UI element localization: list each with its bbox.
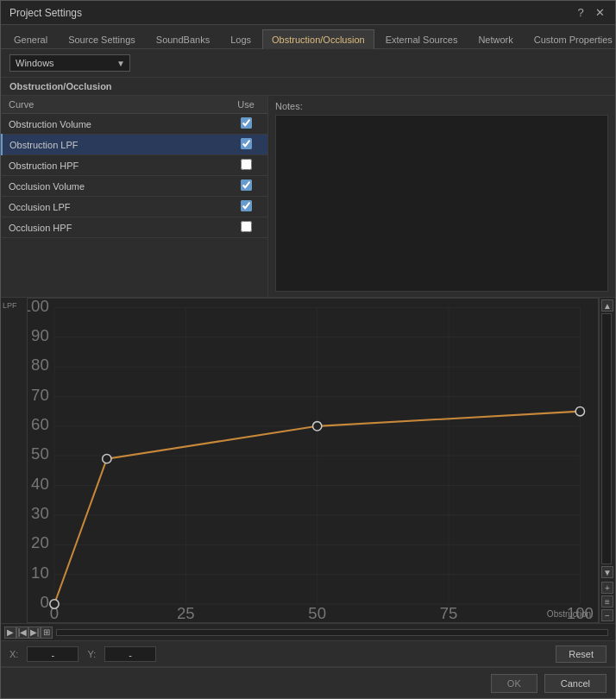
svg-text:75: 75: [440, 604, 458, 622]
left-panel: Curve Use Obstruction VolumeObstruction …: [1, 96, 268, 297]
graph-controls-row: ▶ |◀ ▶| ⊞: [1, 623, 615, 640]
frame-end-btn[interactable]: ▶|: [28, 627, 41, 639]
right-panel: Notes:: [268, 96, 615, 297]
project-settings-window: Project Settings ? ✕ General Source Sett…: [0, 0, 616, 699]
tab-network[interactable]: Network: [468, 29, 522, 49]
curve-name: Occlusion HPF: [2, 217, 224, 238]
curve-use-checkbox[interactable]: [241, 159, 252, 170]
platform-select-wrapper: Windows Mac iOS Android ▼: [9, 54, 130, 72]
tab-external-sources[interactable]: External Sources: [376, 29, 468, 49]
x-coord-value[interactable]: -: [27, 646, 79, 662]
curve-table: Curve Use Obstruction VolumeObstruction …: [1, 96, 267, 238]
tab-general[interactable]: General: [4, 29, 57, 49]
curve-use-cell: [224, 114, 267, 135]
ok-button[interactable]: OK: [491, 674, 537, 693]
graph-point-1[interactable]: [103, 455, 111, 463]
section-label: Obstruction/Occlusion: [1, 78, 615, 96]
graph-container: LPF .grid-line { stroke: #333; stroke-wi…: [1, 298, 615, 623]
play-btn[interactable]: ▶: [4, 627, 16, 639]
curve-use-checkbox[interactable]: [241, 179, 252, 191]
title-bar: Project Settings ? ✕: [1, 1, 615, 25]
y-coord-label: Y:: [87, 649, 96, 659]
svg-text:20: 20: [31, 534, 49, 552]
table-row[interactable]: Obstruction Volume: [2, 114, 267, 135]
curve-use-cell: [224, 155, 267, 176]
graph-area[interactable]: .grid-line { stroke: #333; stroke-width:…: [27, 298, 599, 623]
svg-text:100: 100: [28, 299, 49, 315]
cancel-button[interactable]: Cancel: [544, 674, 607, 693]
tab-soundbanks[interactable]: SoundBanks: [147, 29, 219, 49]
zoom-fit-btn[interactable]: ≡: [601, 595, 613, 608]
main-panel: Curve Use Obstruction VolumeObstruction …: [1, 96, 615, 297]
graph-y-axis: LPF: [1, 298, 27, 623]
table-row[interactable]: Occlusion HPF: [2, 217, 267, 238]
graph-point-3[interactable]: [575, 407, 584, 416]
notes-textarea[interactable]: [275, 115, 608, 292]
svg-text:0: 0: [40, 593, 48, 611]
tab-logs[interactable]: Logs: [221, 29, 261, 49]
frame-start-btn[interactable]: |◀: [16, 627, 28, 639]
curve-name: Occlusion Volume: [2, 176, 224, 197]
curve-use-checkbox[interactable]: [241, 200, 252, 211]
graph-point-0[interactable]: [50, 600, 59, 608]
y-coord-value[interactable]: -: [104, 646, 156, 662]
curve-name: Occlusion LPF: [2, 197, 224, 217]
platform-row: Windows Mac iOS Android ▼: [1, 49, 615, 78]
curve-use-cell: [224, 176, 267, 197]
svg-text:60: 60: [31, 415, 49, 433]
help-button[interactable]: ?: [574, 6, 588, 20]
scroll-up-btn[interactable]: ▲: [601, 299, 613, 312]
graph-x-label: Obstruction: [547, 609, 591, 619]
x-coord-label: X:: [9, 649, 18, 659]
svg-text:50: 50: [308, 604, 326, 622]
notes-label: Notes:: [275, 101, 608, 111]
th-curve: Curve: [2, 96, 224, 114]
svg-text:70: 70: [31, 386, 49, 404]
platform-select[interactable]: Windows Mac iOS Android: [9, 54, 130, 72]
table-row[interactable]: Occlusion LPF: [2, 197, 267, 217]
bottom-bar: OK Cancel: [1, 667, 615, 698]
table-row[interactable]: Obstruction HPF: [2, 155, 267, 176]
table-header-row: Curve Use: [2, 96, 267, 114]
curve-use-checkbox[interactable]: [241, 221, 252, 232]
close-button[interactable]: ✕: [593, 6, 607, 20]
scroll-down-btn[interactable]: ▼: [601, 566, 613, 578]
tab-source-settings[interactable]: Source Settings: [59, 29, 145, 49]
curve-use-checkbox[interactable]: [241, 138, 252, 149]
svg-text:30: 30: [31, 504, 49, 522]
table-scroll-area: Curve Use Obstruction VolumeObstruction …: [1, 96, 267, 238]
curve-use-cell: [224, 197, 267, 217]
curve-use-cell: [224, 217, 267, 238]
title-bar-controls: ? ✕: [574, 6, 607, 20]
svg-text:25: 25: [177, 604, 195, 622]
zoom-in-btn[interactable]: +: [601, 582, 613, 594]
graph-point-2[interactable]: [313, 422, 322, 431]
zoom-out-btn[interactable]: −: [601, 609, 613, 621]
coords-row: X: - Y: - Reset: [1, 640, 615, 666]
graph-y-label: LPF: [3, 301, 17, 310]
tab-bar: General Source Settings SoundBanks Logs …: [1, 25, 615, 49]
graph-section: LPF .grid-line { stroke: #333; stroke-wi…: [1, 297, 615, 640]
table-row[interactable]: Occlusion Volume: [2, 176, 267, 197]
svg-text:40: 40: [31, 475, 49, 493]
content-area: Windows Mac iOS Android ▼ Obstruction/Oc…: [1, 49, 615, 698]
curve-name: Obstruction LPF: [2, 135, 224, 155]
graph-right-controls: ▲ ▼ + ≡ −: [599, 298, 615, 623]
window-title: Project Settings: [9, 7, 82, 19]
curve-use-cell: [224, 135, 267, 155]
curve-use-checkbox[interactable]: [241, 117, 252, 129]
th-use: Use: [224, 96, 267, 114]
svg-text:90: 90: [31, 326, 49, 344]
svg-text:50: 50: [31, 444, 49, 463]
snap-btn[interactable]: ⊞: [41, 627, 53, 639]
tab-obstruction-occlusion[interactable]: Obstruction/Occlusion: [262, 29, 374, 49]
curve-name: Obstruction Volume: [2, 114, 224, 135]
table-row[interactable]: Obstruction LPF: [2, 135, 267, 155]
svg-text:80: 80: [31, 356, 49, 374]
tab-custom-properties[interactable]: Custom Properties: [525, 29, 616, 49]
reset-button[interactable]: Reset: [556, 645, 607, 663]
graph-svg: .grid-line { stroke: #333; stroke-width:…: [28, 299, 598, 622]
curve-name: Obstruction HPF: [2, 155, 224, 176]
svg-text:10: 10: [31, 564, 49, 582]
